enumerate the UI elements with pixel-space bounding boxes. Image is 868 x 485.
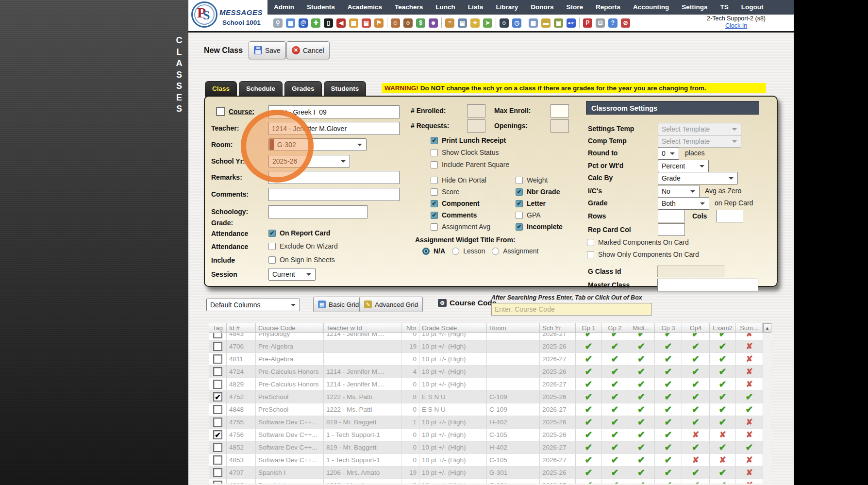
classroom-check-checkbox[interactable] <box>587 251 594 258</box>
table-row[interactable]: 4852Software Dev C++...819 - Mr. Baggett… <box>209 441 771 454</box>
grade-check-checkbox[interactable] <box>431 200 438 207</box>
row-tag-checkbox[interactable] <box>213 367 222 376</box>
clock-in-link[interactable]: Clock In <box>707 22 766 30</box>
advanced-grid-button[interactable]: ✎ Advanced Grid <box>359 297 423 312</box>
register-icon[interactable]: ▣ <box>554 18 563 28</box>
money-icon[interactable]: $ <box>416 18 425 28</box>
table-row[interactable]: 4752PreSchool1222 - Ms. Patti8E S N UC-1… <box>209 391 771 403</box>
column-header-room[interactable]: Room <box>487 323 540 333</box>
column-header-course-code[interactable]: Course Code <box>256 323 324 333</box>
table-row[interactable]: 4724Pre-Calculus Honors1214 - Jennifer M… <box>209 366 771 378</box>
scroll-up-arrow[interactable]: ▲ <box>763 323 771 333</box>
course-code-search-input[interactable] <box>491 303 652 316</box>
table-row[interactable]: 4829Pre-Calculus Honors1214 - Jennifer M… <box>209 378 771 391</box>
row-tag-checkbox[interactable] <box>213 380 222 389</box>
table-row[interactable]: 4810Spanish I1206 - Mrs. Amato010 pt +/-… <box>209 479 771 484</box>
column-header-gp-3[interactable]: Gp 3 <box>655 323 682 333</box>
tab-class[interactable]: Class <box>205 81 237 97</box>
row-tag-checkbox[interactable] <box>213 392 222 401</box>
calendar-red-icon[interactable]: ▤ <box>362 18 371 28</box>
ics-select[interactable]: No <box>658 185 700 198</box>
column-header-sch-yr[interactable]: Sch Yr <box>540 323 576 333</box>
nav-item-academics[interactable]: Academics <box>341 0 388 15</box>
rows-input[interactable] <box>658 210 685 222</box>
megaphone-icon[interactable]: ⚑ <box>374 18 384 28</box>
grade-check-checkbox[interactable] <box>516 200 523 207</box>
chat-add-icon[interactable]: ✚ <box>311 18 320 28</box>
table-row[interactable]: 4756Software Dev C++...1 - Tech Support-… <box>209 429 771 441</box>
pct-select[interactable]: Percent <box>658 160 709 172</box>
column-header-id-[interactable]: Id # <box>227 323 256 333</box>
school-yr-select[interactable]: 2025-26 <box>268 155 350 167</box>
column-header-gp-1[interactable]: Gp 1 <box>576 323 602 333</box>
grade-check-checkbox[interactable] <box>431 177 438 184</box>
print-icon[interactable]: ⊟ <box>596 18 605 28</box>
column-header-gp-2[interactable]: Gp 2 <box>602 323 628 333</box>
staff-icon[interactable]: ☺ <box>500 18 509 28</box>
roster-grid-icon[interactable]: ▦ <box>286 18 295 28</box>
row-tag-checkbox[interactable] <box>213 418 222 427</box>
nav-item-teachers[interactable]: Teachers <box>388 0 429 15</box>
credit-card-icon[interactable]: ▬ <box>541 18 551 28</box>
grade-check-checkbox[interactable] <box>516 188 523 196</box>
table-scrollbar[interactable]: ▲ <box>763 323 771 484</box>
column-header-nbr[interactable]: Nbr <box>401 323 419 333</box>
room-select[interactable]: G-302 <box>268 138 367 151</box>
row-tag-checkbox[interactable] <box>213 333 222 338</box>
column-header-tag[interactable]: Tag <box>209 323 227 333</box>
row-tag-checkbox[interactable] <box>213 443 222 452</box>
grade-check-checkbox[interactable] <box>431 212 438 219</box>
row-tag-checkbox[interactable] <box>213 342 222 351</box>
phone-icon[interactable]: ▯ <box>324 18 333 28</box>
cols-input[interactable] <box>716 210 743 222</box>
column-header-gp4[interactable]: Gp4 <box>682 323 710 333</box>
on-sign-in-sheets-checkbox[interactable] <box>268 256 276 264</box>
table-row[interactable]: 4811Pre-Algebra010 pt +/- (High)2026-27✔… <box>209 353 771 366</box>
row-tag-checkbox[interactable] <box>213 405 222 414</box>
bell-icon[interactable]: ✦ <box>470 18 480 28</box>
nav-item-reports[interactable]: Reports <box>589 0 627 15</box>
widget-radio[interactable] <box>422 248 430 255</box>
on-report-card-checkbox[interactable] <box>268 230 276 237</box>
remarks-input[interactable] <box>268 171 400 184</box>
nav-item-lists[interactable]: Lists <box>462 0 490 15</box>
option-check-checkbox[interactable] <box>431 149 438 156</box>
nav-item-students[interactable]: Students <box>300 0 341 15</box>
grade-check-checkbox[interactable] <box>516 223 523 231</box>
nav-item-logout[interactable]: Logout <box>735 0 770 15</box>
clock-icon[interactable]: ◷ <box>512 18 521 28</box>
table-row[interactable]: 4853Software Dev C++...1 - Tech Support-… <box>209 454 771 467</box>
nav-item-admin[interactable]: Admin <box>267 0 300 15</box>
grade-check-checkbox[interactable] <box>431 223 438 231</box>
enrolled-input[interactable] <box>467 104 485 117</box>
course-input[interactable] <box>268 105 400 118</box>
nav-item-ts[interactable]: TS <box>714 0 734 15</box>
pdf-icon[interactable]: P <box>583 18 592 28</box>
nav-item-store[interactable]: Store <box>560 0 589 15</box>
cancel-button[interactable]: ✕ Cancel <box>286 41 330 59</box>
grade-check-checkbox[interactable] <box>516 212 523 219</box>
comp-temp-select[interactable]: Select Template <box>658 135 741 148</box>
schoology-input[interactable] <box>268 205 367 218</box>
g-class-id-input[interactable] <box>657 266 724 277</box>
send-icon[interactable]: ➤ <box>483 18 492 28</box>
tab-schedule[interactable]: Schedule <box>239 81 283 97</box>
option-check-checkbox[interactable] <box>431 137 438 144</box>
help-icon[interactable]: ? <box>608 18 618 28</box>
row-tag-checkbox[interactable] <box>213 468 222 477</box>
tab-grades[interactable]: Grades <box>284 81 322 97</box>
column-header-midt-[interactable]: Midt... <box>628 323 655 333</box>
calc-by-select[interactable]: Grade <box>658 172 738 184</box>
save-button[interactable]: Save <box>249 41 286 59</box>
master-class-input[interactable] <box>657 279 758 291</box>
session-select[interactable]: Current <box>268 268 316 281</box>
comments-input[interactable] <box>268 188 400 201</box>
basic-grid-button[interactable]: ▦ Basic Grid <box>313 297 364 312</box>
round-to-select[interactable]: 0 <box>658 147 679 160</box>
openings-input[interactable] <box>551 119 569 133</box>
calculator-icon[interactable]: ▦ <box>529 18 538 28</box>
calendar-icon[interactable]: ▦ <box>349 18 358 28</box>
tab-students[interactable]: Students <box>324 81 367 97</box>
classroom-check-checkbox[interactable] <box>587 239 594 246</box>
table-row[interactable]: 4706Pre-Algebra1910 pt +/- (High)2025-26… <box>209 340 771 353</box>
